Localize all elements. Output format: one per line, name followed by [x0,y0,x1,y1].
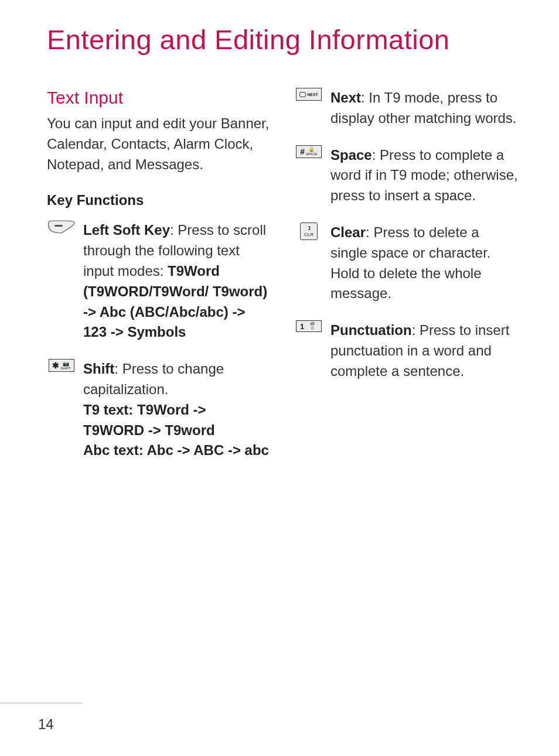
next-sub-label: NEXT [307,93,318,97]
space-key-text: Space: Press to complete a word if in T9… [330,145,518,206]
punct-key-text: Punctuation: Press to insert punctuation… [330,320,518,381]
punct-label: Punctuation [330,322,412,338]
key-item-clear: 🕽 CLR Clear: Press to delete a single sp… [294,223,518,304]
content-columns: Text Input You can input and edit your B… [47,88,518,477]
next-key-text: Next: In T9 mode, press to display other… [330,88,518,129]
section-heading: Text Input [47,88,271,108]
shift-line2: T9 text: T9Word -> T9WORD -> T9word [83,402,215,438]
shift-glyph: ✱ [52,361,59,370]
left-soft-key-icon [47,220,76,235]
clear-label: Clear [330,224,366,240]
shift-sub-label: SHIFT [60,367,70,370]
key-item-punctuation: 1 @☺ Punctuation: Press to insert punctu… [294,320,518,381]
left-soft-key-text: Left Soft Key: Press to scroll through t… [83,220,271,343]
left-column: Text Input You can input and edit your B… [47,88,271,477]
key-item-next: NEXT Next: In T9 mode, press to display … [294,88,518,129]
punct-glyph: 1 [300,322,304,331]
shift-key-icon: ✱ 📷SHIFT [47,359,76,372]
shift-line3: Abc text: Abc -> ABC -> abc [83,442,269,458]
key-item-left-soft: Left Soft Key: Press to scroll through t… [47,220,271,343]
next-label: Next [330,90,361,105]
clear-key-icon: 🕽 CLR [294,223,323,240]
intro-paragraph: You can input and edit your Banner, Cale… [47,114,271,175]
page-title: Entering and Editing Information [47,23,518,56]
left-soft-key-label: Left Soft Key [83,222,170,238]
punct-key-icon: 1 @☺ [294,320,323,332]
space-sub-label: SPACE [306,152,318,156]
space-glyph: # [300,147,305,156]
clear-sub-label: CLR [304,232,313,237]
clear-key-text: Clear: Press to delete a single space or… [330,223,518,304]
space-label: Space [330,147,372,163]
key-functions-heading: Key Functions [47,192,271,208]
space-key-icon: # 🔒SPACE [294,145,323,158]
key-item-space: # 🔒SPACE Space: Press to complete a word… [294,145,518,206]
key-item-shift: ✱ 📷SHIFT Shift: Press to change capitali… [47,359,271,461]
footer-divider [0,703,82,703]
svg-rect-0 [54,225,63,227]
shift-label: Shift [83,361,114,377]
right-column: NEXT Next: In T9 mode, press to display … [294,88,518,477]
shift-key-text: Shift: Press to change capitalization. T… [83,359,271,461]
next-key-icon: NEXT [294,88,323,101]
page-number: 14 [38,716,54,733]
